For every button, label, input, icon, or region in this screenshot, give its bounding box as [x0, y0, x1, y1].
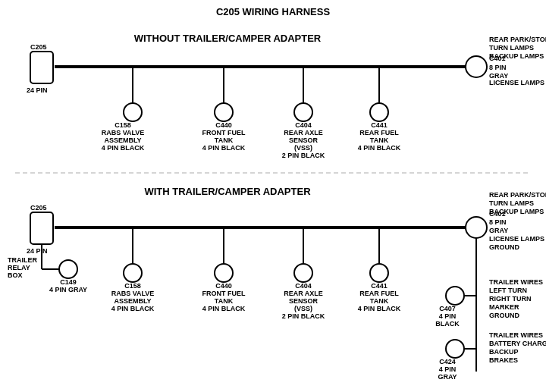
c401-connector-1 [466, 56, 487, 77]
c158-connector-2 [124, 264, 142, 282]
c424-right-label1: TRAILER WIRES [489, 331, 543, 339]
c424-pin: 4 PIN [439, 365, 457, 373]
c404-text2-1: SENSOR [289, 136, 318, 144]
c158-text3-1: 4 PIN BLACK [102, 144, 145, 152]
right-label-1b: TURN LAMPS [489, 44, 534, 52]
c404-text4-2: 2 PIN BLACK [282, 312, 325, 320]
c158-text2-1: ASSEMBLY [104, 136, 141, 144]
c205-connector-2 [30, 212, 53, 244]
c404-text1-2: REAR AXLE [284, 290, 323, 297]
right-label-1a: REAR PARK/STOP [489, 36, 546, 43]
c440-connector-2 [215, 264, 233, 282]
c205-connector-1 [30, 52, 53, 83]
right2-label-e: GROUND [489, 243, 519, 251]
c401-sub-2: 8 PIN [489, 218, 507, 226]
relay-label2: RELAY [8, 264, 30, 271]
c440-label-2: C440 [215, 282, 232, 290]
c205-label-2: C205 [30, 204, 47, 212]
c441-text1-1: REAR FUEL [359, 129, 399, 136]
c441-connector-1 [370, 103, 388, 121]
c424-right-label4: BRAKES [489, 356, 518, 364]
right2-label-d: LICENSE LAMPS [489, 235, 544, 243]
c404-text4-1: 2 PIN BLACK [282, 152, 325, 159]
c441-text3-1: 4 PIN BLACK [358, 144, 401, 152]
c407-right-label4: MARKER [489, 303, 519, 311]
c440-text1-1: FRONT FUEL [202, 129, 246, 136]
c158-connector-1 [124, 103, 142, 121]
c424-color: GRAY [438, 373, 457, 381]
c205-label-1: C205 [30, 43, 47, 51]
c149-connector [59, 260, 77, 278]
relay-label1: TRAILER [8, 256, 37, 264]
right2-label-a: REAR PARK/STOP [489, 191, 546, 199]
c424-right-label3: BACKUP [489, 348, 519, 356]
c440-text3-2: 4 PIN BLACK [202, 305, 246, 312]
right-label-1c: BACKUP LAMPS [489, 52, 544, 60]
c407-pin: 4 PIN [439, 312, 457, 320]
c158-text2-2: ASSEMBLY [114, 297, 151, 305]
c407-right-label5: GROUND [489, 312, 519, 319]
c424-label: C424 [439, 358, 456, 365]
c404-connector-1 [294, 103, 312, 121]
right2-label-b: TURN LAMPS [489, 199, 534, 207]
c440-text2-1: TANK [215, 136, 234, 144]
c441-label-1: C441 [371, 121, 388, 129]
c440-text2-2: TANK [215, 297, 234, 305]
c440-text1-2: FRONT FUEL [202, 290, 246, 297]
c158-label-1: C158 [115, 121, 131, 129]
c407-connector [446, 287, 464, 305]
c401-gray-2: GRAY [489, 227, 508, 234]
c158-label-2: C158 [124, 282, 141, 290]
c407-right-label1: TRAILER WIRES [489, 278, 543, 286]
c158-text1-1: RABS VALVE [102, 129, 145, 136]
c441-connector-2 [370, 264, 388, 282]
c440-text3-1: 4 PIN BLACK [202, 144, 246, 152]
c149-pin: 4 PIN GRAY [49, 286, 87, 293]
c424-right-label2: BATTERY CHARGE [489, 340, 546, 347]
c404-text1-1: REAR AXLE [284, 129, 323, 136]
c441-text2-1: TANK [370, 136, 389, 144]
relay-label3: BOX [8, 271, 23, 279]
page-title: C205 WIRING HARNESS [216, 6, 331, 17]
c149-label: C149 [60, 278, 77, 286]
c158-text1-2: RABS VALVE [111, 290, 155, 297]
c158-text3-2: 4 PIN BLACK [111, 305, 155, 312]
section2-label: WITH TRAILER/CAMPER ADAPTER [144, 186, 311, 197]
c407-label: C407 [439, 305, 456, 312]
c441-label-2: C441 [371, 282, 388, 290]
c441-text2-2: TANK [370, 297, 389, 305]
c440-connector-1 [215, 103, 233, 121]
c407-right-label2: LEFT TURN [489, 287, 527, 294]
c407-color: BLACK [435, 320, 460, 328]
c404-text2-2: SENSOR [289, 297, 318, 305]
c404-text3-1: (VSS) [294, 144, 312, 152]
c441-text3-2: 4 PIN BLACK [358, 305, 401, 312]
right-label-1d: LICENSE LAMPS [489, 79, 544, 86]
c205-pin-1: 24 PIN [27, 86, 48, 94]
c404-connector-2 [294, 264, 312, 282]
c440-label-1: C440 [215, 121, 232, 129]
c404-label-2: C404 [295, 282, 312, 290]
c401-sub-1: 8 PIN [489, 64, 507, 71]
c205-pin-2: 24 PIN [27, 247, 48, 255]
c441-text1-2: REAR FUEL [359, 290, 399, 297]
c407-right-label3: RIGHT TURN [489, 295, 532, 303]
section1-label: WITHOUT TRAILER/CAMPER ADAPTER [134, 33, 322, 44]
c404-text3-2: (VSS) [294, 305, 312, 312]
c424-connector [446, 340, 464, 358]
right2-label-c: BACKUP LAMPS [489, 208, 544, 215]
c401-connector-2 [466, 217, 487, 238]
c404-label-1: C404 [295, 121, 312, 129]
